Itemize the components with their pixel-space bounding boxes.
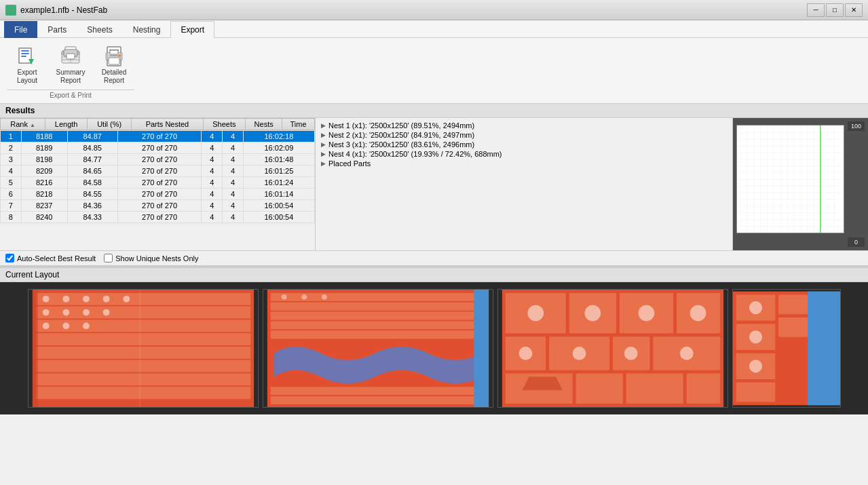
svg-rect-49 bbox=[32, 290, 37, 407]
tab-parts[interactable]: Parts bbox=[37, 21, 77, 38]
cell-time: 16:00:54 bbox=[243, 200, 314, 212]
svg-marker-83 bbox=[522, 377, 562, 391]
auto-select-label[interactable]: Auto-Select Best Result bbox=[5, 254, 96, 263]
nest-detail-item[interactable]: ▶Placed Parts bbox=[318, 159, 730, 168]
maximize-button[interactable]: □ bbox=[826, 3, 844, 17]
cell-rank: 4 bbox=[1, 166, 22, 177]
expand-icon: ▶ bbox=[321, 160, 326, 167]
svg-rect-57 bbox=[270, 396, 478, 404]
auto-select-checkbox[interactable] bbox=[5, 254, 14, 263]
svg-point-45 bbox=[42, 322, 49, 329]
cell-parts-nested: 270 of 270 bbox=[117, 200, 202, 212]
cell-util: 84.58 bbox=[67, 177, 117, 189]
nest-detail-item[interactable]: ▶Nest 2 (x1): '2500x1250' (84.91%, 2497m… bbox=[318, 130, 730, 140]
svg-rect-53 bbox=[270, 312, 478, 320]
results-table-body: 1 8188 84.87 270 of 270 4 4 16:02:18 2 8… bbox=[0, 130, 315, 223]
col-util[interactable]: Util (%) bbox=[88, 119, 132, 130]
show-unique-checkbox[interactable] bbox=[104, 254, 113, 263]
close-button[interactable]: ✕ bbox=[845, 3, 863, 17]
svg-point-58 bbox=[281, 294, 286, 300]
summary-report-button[interactable]: SummaryReport bbox=[50, 42, 91, 88]
ribbon-items: ExportLayout bbox=[7, 42, 134, 88]
svg-rect-25 bbox=[740, 125, 840, 233]
col-rank[interactable]: Rank ▲ bbox=[1, 119, 45, 130]
cell-rank: 3 bbox=[1, 154, 22, 166]
results-body: Rank ▲ Length Util (%) Parts Nested Shee… bbox=[0, 118, 868, 250]
nest-detail-item[interactable]: ▶Nest 4 (x1): '2500x1250' (19.93% / 72.4… bbox=[318, 149, 730, 159]
summary-report-label: SummaryReport bbox=[56, 69, 86, 85]
table-row[interactable]: 3 8198 84.77 270 of 270 4 4 16:01:48 bbox=[1, 154, 315, 166]
cell-parts-nested: 270 of 270 bbox=[117, 212, 202, 223]
layout-header: Current Layout bbox=[0, 267, 868, 282]
col-length[interactable]: Length bbox=[45, 119, 88, 130]
nest-detail-item[interactable]: ▶Nest 3 (x1): '2500x1250' (83.61%, 2496m… bbox=[318, 140, 730, 149]
cell-time: 16:01:14 bbox=[243, 189, 314, 200]
window-title: example1.nfb - NestFab bbox=[20, 5, 107, 15]
cell-parts-nested: 270 of 270 bbox=[117, 177, 202, 189]
svg-rect-1 bbox=[21, 50, 29, 52]
tab-file[interactable]: File bbox=[4, 21, 37, 38]
svg-rect-54 bbox=[270, 321, 478, 329]
svg-point-44 bbox=[102, 309, 109, 316]
cell-time: 16:01:24 bbox=[243, 177, 314, 189]
cell-parts-nested: 270 of 270 bbox=[117, 154, 202, 166]
expand-icon: ▶ bbox=[321, 141, 326, 148]
canvas-ruler-bottom: 0 bbox=[848, 237, 865, 247]
nest-item-label: Nest 3 (x1): '2500x1250' (83.61%, 2496mm… bbox=[328, 140, 474, 149]
layout-panel-4 bbox=[732, 289, 841, 408]
col-parts-nested[interactable]: Parts Nested bbox=[132, 119, 203, 130]
auto-select-text: Auto-Select Best Result bbox=[17, 254, 96, 263]
nest-item-label: Nest 4 (x1): '2500x1250' (19.93% / 72.42… bbox=[328, 150, 502, 158]
svg-point-36 bbox=[42, 296, 49, 303]
table-row[interactable]: 6 8218 84.55 270 of 270 4 4 16:01:14 bbox=[1, 189, 315, 200]
svg-rect-14 bbox=[67, 54, 75, 59]
detailed-report-icon bbox=[103, 45, 125, 67]
cell-nests: 4 bbox=[223, 131, 244, 142]
cell-nests: 4 bbox=[223, 212, 244, 223]
current-layout-label: Current Layout bbox=[5, 270, 59, 279]
svg-point-43 bbox=[83, 309, 90, 316]
detailed-report-button[interactable]: DetailedReport bbox=[94, 42, 134, 88]
col-nests[interactable]: Nests bbox=[246, 119, 282, 130]
tab-export[interactable]: Export bbox=[170, 21, 214, 38]
table-row[interactable]: 7 8237 84.36 270 of 270 4 4 16:00:54 bbox=[1, 200, 315, 212]
show-unique-label[interactable]: Show Unique Nests Only bbox=[104, 254, 198, 263]
svg-point-24 bbox=[118, 54, 121, 57]
cell-nests: 4 bbox=[223, 200, 244, 212]
table-row[interactable]: 8 8240 84.33 270 of 270 4 4 16:00:54 bbox=[1, 212, 315, 223]
svg-rect-2 bbox=[21, 53, 29, 54]
canvas-ruler-top: 100 bbox=[848, 121, 865, 131]
svg-rect-34 bbox=[35, 374, 250, 386]
svg-rect-74 bbox=[686, 374, 719, 404]
expand-icon: ▶ bbox=[321, 122, 326, 129]
svg-point-78 bbox=[690, 305, 706, 322]
cell-time: 16:02:09 bbox=[243, 142, 314, 154]
table-row[interactable]: 2 8189 84.85 270 of 270 4 4 16:02:09 bbox=[1, 142, 315, 154]
table-row[interactable]: 4 8209 84.65 270 of 270 4 4 16:01:25 bbox=[1, 166, 315, 177]
app-icon bbox=[5, 5, 16, 16]
table-row[interactable]: 1 8188 84.87 270 of 270 4 4 16:02:18 bbox=[1, 131, 315, 142]
svg-point-75 bbox=[527, 305, 544, 322]
cell-length: 8198 bbox=[21, 154, 67, 166]
cell-util: 84.77 bbox=[67, 154, 117, 166]
tab-nesting[interactable]: Nesting bbox=[123, 21, 171, 38]
export-layout-button[interactable]: ExportLayout bbox=[7, 42, 48, 88]
col-time[interactable]: Time bbox=[282, 119, 315, 130]
ribbon-content: ExportLayout bbox=[0, 38, 868, 103]
cell-length: 8209 bbox=[21, 166, 67, 177]
results-header: Results bbox=[0, 104, 868, 118]
minimize-button[interactable]: ─ bbox=[807, 3, 825, 17]
cell-util: 84.87 bbox=[67, 131, 117, 142]
cell-nests: 4 bbox=[223, 177, 244, 189]
svg-rect-22 bbox=[109, 58, 119, 64]
cell-util: 84.36 bbox=[67, 200, 117, 212]
cell-rank: 6 bbox=[1, 189, 22, 200]
svg-point-79 bbox=[518, 347, 532, 360]
results-table-scroll[interactable]: 1 8188 84.87 270 of 270 4 4 16:02:18 2 8… bbox=[0, 130, 315, 246]
tab-sheets[interactable]: Sheets bbox=[77, 21, 122, 38]
table-row[interactable]: 5 8216 84.58 270 of 270 4 4 16:01:24 bbox=[1, 177, 315, 189]
col-sheets[interactable]: Sheets bbox=[203, 119, 246, 130]
nest-detail-item[interactable]: ▶Nest 1 (x1): '2500x1250' (89.51%, 2494m… bbox=[318, 121, 730, 130]
cell-time: 16:02:18 bbox=[243, 131, 314, 142]
layout-panel-1 bbox=[28, 289, 259, 408]
